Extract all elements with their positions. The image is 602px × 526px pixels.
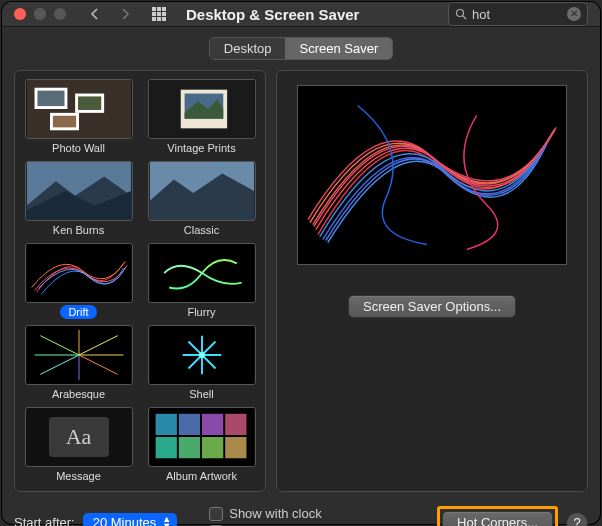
thumb-label: Message bbox=[48, 469, 109, 483]
svg-rect-32 bbox=[155, 437, 176, 458]
thumb-label: Arabesque bbox=[44, 387, 113, 401]
thumb-label: Classic bbox=[176, 223, 227, 237]
close-window-button[interactable] bbox=[14, 8, 26, 20]
thumb-label: Ken Burns bbox=[45, 223, 112, 237]
screensaver-item-ken-burns[interactable]: Ken Burns bbox=[21, 161, 136, 237]
screensaver-list[interactable]: Photo Wall Vintage Prints Ken Burns bbox=[14, 70, 266, 492]
thumb-label: Album Artwork bbox=[158, 469, 245, 483]
start-after-label: Start after: bbox=[14, 515, 75, 526]
preferences-window: Desktop & Screen Saver hot ✕ Desktop Scr… bbox=[2, 2, 600, 524]
screensaver-item-arabesque[interactable]: Arabesque bbox=[21, 325, 136, 401]
search-icon bbox=[455, 8, 467, 20]
svg-point-26 bbox=[199, 352, 205, 358]
svg-rect-34 bbox=[202, 437, 223, 458]
screensaver-item-flurry[interactable]: Flurry bbox=[144, 243, 259, 319]
zoom-window-button[interactable] bbox=[54, 8, 66, 20]
screensaver-item-album-artwork[interactable]: Album Artwork bbox=[144, 407, 259, 483]
svg-rect-35 bbox=[225, 437, 246, 458]
search-field[interactable]: hot ✕ bbox=[448, 2, 588, 26]
tab-control: Desktop Screen Saver bbox=[14, 37, 588, 60]
screensaver-item-vintage-prints[interactable]: Vintage Prints bbox=[144, 79, 259, 155]
screensaver-item-photo-wall[interactable]: Photo Wall bbox=[21, 79, 136, 155]
thumb-label: Drift bbox=[60, 305, 96, 319]
updown-arrows-icon: ▲▼ bbox=[162, 516, 171, 527]
svg-line-1 bbox=[463, 16, 466, 19]
help-button[interactable]: ? bbox=[566, 512, 588, 527]
back-button[interactable] bbox=[82, 2, 108, 26]
svg-rect-31 bbox=[225, 414, 246, 435]
svg-point-0 bbox=[457, 10, 464, 17]
thumb-label: Vintage Prints bbox=[159, 141, 243, 155]
svg-rect-28 bbox=[155, 414, 176, 435]
screensaver-item-shell[interactable]: Shell bbox=[144, 325, 259, 401]
forward-button[interactable] bbox=[112, 2, 138, 26]
toolbar-nav bbox=[82, 2, 138, 26]
grid-icon bbox=[152, 7, 166, 21]
titlebar: Desktop & Screen Saver hot ✕ bbox=[2, 2, 600, 27]
checkbox-icon bbox=[209, 507, 223, 521]
screensaver-item-message[interactable]: Aa Message bbox=[21, 407, 136, 483]
minimize-window-button[interactable] bbox=[34, 8, 46, 20]
aa-icon: Aa bbox=[49, 417, 109, 457]
hot-corners-button[interactable]: Hot Corners... bbox=[442, 511, 553, 526]
show-with-clock-checkbox[interactable]: Show with clock bbox=[209, 506, 378, 521]
svg-rect-6 bbox=[78, 96, 101, 110]
show-with-clock-label: Show with clock bbox=[229, 506, 321, 521]
show-all-button[interactable] bbox=[146, 2, 172, 26]
svg-rect-30 bbox=[202, 414, 223, 435]
panels: Photo Wall Vintage Prints Ken Burns bbox=[14, 70, 588, 492]
content-area: Desktop Screen Saver Photo Wall Vintage … bbox=[2, 27, 600, 500]
start-after-popup[interactable]: 20 Minutes ▲▼ bbox=[83, 513, 178, 526]
window-controls bbox=[14, 8, 66, 20]
thumb-label: Flurry bbox=[179, 305, 223, 319]
svg-rect-29 bbox=[178, 414, 199, 435]
tab-screensaver[interactable]: Screen Saver bbox=[285, 38, 392, 59]
start-after-value: 20 Minutes bbox=[93, 515, 157, 526]
preview-panel: Screen Saver Options... bbox=[276, 70, 588, 492]
search-value: hot bbox=[472, 7, 562, 22]
bottom-bar: Start after: 20 Minutes ▲▼ Show with clo… bbox=[2, 500, 600, 526]
svg-rect-8 bbox=[52, 116, 75, 128]
thumb-label: Photo Wall bbox=[44, 141, 113, 155]
preview-image bbox=[297, 85, 567, 265]
tab-desktop[interactable]: Desktop bbox=[210, 38, 286, 59]
screensaver-item-drift[interactable]: Drift bbox=[21, 243, 136, 319]
svg-rect-33 bbox=[178, 437, 199, 458]
thumb-label: Shell bbox=[181, 387, 221, 401]
window-title: Desktop & Screen Saver bbox=[186, 6, 440, 23]
clear-search-button[interactable]: ✕ bbox=[567, 7, 581, 21]
screensaver-item-classic[interactable]: Classic bbox=[144, 161, 259, 237]
highlight-annotation: Hot Corners... bbox=[437, 506, 558, 526]
screensaver-options-button[interactable]: Screen Saver Options... bbox=[348, 295, 516, 318]
svg-rect-4 bbox=[37, 91, 64, 106]
